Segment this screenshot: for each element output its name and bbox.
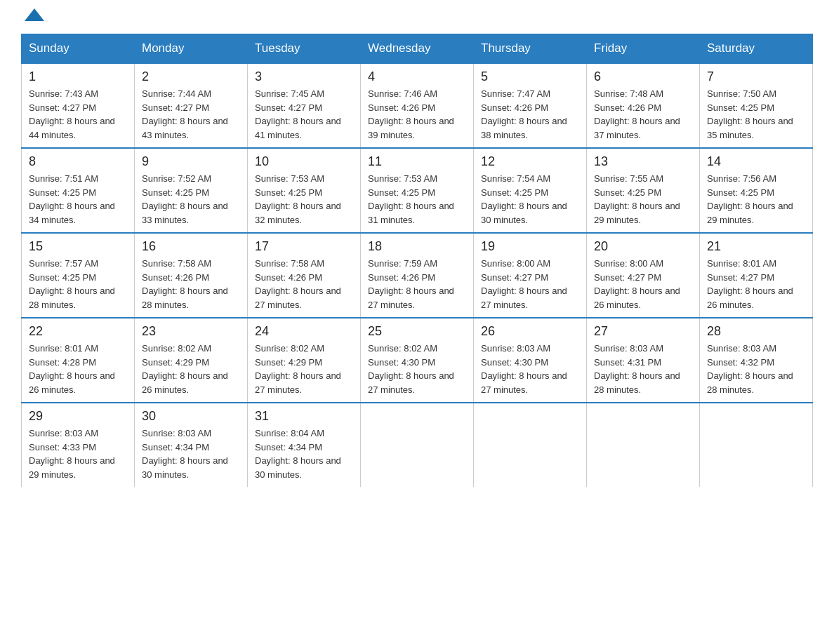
day-number: 26 (481, 324, 579, 339)
day-info: Sunrise: 7:55 AM Sunset: 4:25 PM Dayligh… (594, 172, 692, 227)
calendar-cell: 19 Sunrise: 8:00 AM Sunset: 4:27 PM Dayl… (474, 233, 587, 318)
calendar-header-row: SundayMondayTuesdayWednesdayThursdayFrid… (22, 34, 813, 64)
day-info: Sunrise: 7:48 AM Sunset: 4:26 PM Dayligh… (594, 87, 692, 142)
calendar-cell: 18 Sunrise: 7:59 AM Sunset: 4:26 PM Dayl… (361, 233, 474, 318)
day-number: 31 (255, 409, 353, 424)
day-info: Sunrise: 7:58 AM Sunset: 4:26 PM Dayligh… (255, 257, 353, 311)
logo (21, 14, 44, 20)
calendar-cell: 24 Sunrise: 8:02 AM Sunset: 4:29 PM Dayl… (248, 318, 361, 403)
week-row-4: 22 Sunrise: 8:01 AM Sunset: 4:28 PM Dayl… (22, 318, 813, 403)
col-header-wednesday: Wednesday (361, 34, 474, 64)
week-row-1: 1 Sunrise: 7:43 AM Sunset: 4:27 PM Dayli… (22, 63, 813, 148)
calendar-cell (587, 403, 700, 487)
day-info: Sunrise: 7:47 AM Sunset: 4:26 PM Dayligh… (481, 87, 579, 142)
col-header-thursday: Thursday (474, 34, 587, 64)
day-info: Sunrise: 7:45 AM Sunset: 4:27 PM Dayligh… (255, 87, 353, 142)
day-info: Sunrise: 7:54 AM Sunset: 4:25 PM Dayligh… (481, 172, 579, 227)
calendar-cell: 10 Sunrise: 7:53 AM Sunset: 4:25 PM Dayl… (248, 148, 361, 233)
calendar-cell: 20 Sunrise: 8:00 AM Sunset: 4:27 PM Dayl… (587, 233, 700, 318)
day-info: Sunrise: 7:57 AM Sunset: 4:25 PM Dayligh… (29, 257, 127, 311)
calendar-cell: 15 Sunrise: 7:57 AM Sunset: 4:25 PM Dayl… (22, 233, 135, 318)
day-number: 24 (255, 324, 353, 339)
week-row-5: 29 Sunrise: 8:03 AM Sunset: 4:33 PM Dayl… (22, 403, 813, 487)
day-number: 20 (594, 239, 692, 254)
calendar-cell: 12 Sunrise: 7:54 AM Sunset: 4:25 PM Dayl… (474, 148, 587, 233)
calendar-cell: 3 Sunrise: 7:45 AM Sunset: 4:27 PM Dayli… (248, 63, 361, 148)
calendar-cell: 29 Sunrise: 8:03 AM Sunset: 4:33 PM Dayl… (22, 403, 135, 487)
col-header-sunday: Sunday (22, 34, 135, 64)
col-header-monday: Monday (135, 34, 248, 64)
day-info: Sunrise: 7:53 AM Sunset: 4:25 PM Dayligh… (368, 172, 466, 227)
day-number: 21 (707, 239, 805, 254)
day-number: 13 (594, 154, 692, 169)
day-info: Sunrise: 8:01 AM Sunset: 4:28 PM Dayligh… (29, 342, 127, 396)
day-info: Sunrise: 8:02 AM Sunset: 4:29 PM Dayligh… (255, 342, 353, 396)
col-header-tuesday: Tuesday (248, 34, 361, 64)
day-info: Sunrise: 8:02 AM Sunset: 4:30 PM Dayligh… (368, 342, 466, 396)
calendar-cell: 21 Sunrise: 8:01 AM Sunset: 4:27 PM Dayl… (700, 233, 813, 318)
logo-mark (21, 14, 44, 20)
day-info: Sunrise: 7:50 AM Sunset: 4:25 PM Dayligh… (707, 87, 805, 142)
day-number: 4 (368, 69, 466, 84)
day-number: 5 (481, 69, 579, 84)
day-number: 9 (142, 154, 240, 169)
day-number: 28 (707, 324, 805, 339)
day-number: 8 (29, 154, 127, 169)
week-row-2: 8 Sunrise: 7:51 AM Sunset: 4:25 PM Dayli… (22, 148, 813, 233)
day-number: 2 (142, 69, 240, 84)
calendar-cell: 13 Sunrise: 7:55 AM Sunset: 4:25 PM Dayl… (587, 148, 700, 233)
calendar-cell: 22 Sunrise: 8:01 AM Sunset: 4:28 PM Dayl… (22, 318, 135, 403)
day-info: Sunrise: 8:03 AM Sunset: 4:34 PM Dayligh… (142, 427, 240, 481)
day-info: Sunrise: 7:59 AM Sunset: 4:26 PM Dayligh… (368, 257, 466, 311)
col-header-saturday: Saturday (700, 34, 813, 64)
calendar-cell: 17 Sunrise: 7:58 AM Sunset: 4:26 PM Dayl… (248, 233, 361, 318)
day-number: 27 (594, 324, 692, 339)
day-info: Sunrise: 8:03 AM Sunset: 4:31 PM Dayligh… (594, 342, 692, 396)
day-number: 10 (255, 154, 353, 169)
calendar-cell (474, 403, 587, 487)
calendar-cell: 28 Sunrise: 8:03 AM Sunset: 4:32 PM Dayl… (700, 318, 813, 403)
day-info: Sunrise: 8:00 AM Sunset: 4:27 PM Dayligh… (481, 257, 579, 311)
calendar-cell: 14 Sunrise: 7:56 AM Sunset: 4:25 PM Dayl… (700, 148, 813, 233)
day-info: Sunrise: 7:44 AM Sunset: 4:27 PM Dayligh… (142, 87, 240, 142)
day-info: Sunrise: 7:51 AM Sunset: 4:25 PM Dayligh… (29, 172, 127, 227)
day-info: Sunrise: 8:03 AM Sunset: 4:32 PM Dayligh… (707, 342, 805, 396)
day-info: Sunrise: 7:43 AM Sunset: 4:27 PM Dayligh… (29, 87, 127, 142)
day-number: 19 (481, 239, 579, 254)
calendar-cell: 11 Sunrise: 7:53 AM Sunset: 4:25 PM Dayl… (361, 148, 474, 233)
day-number: 30 (142, 409, 240, 424)
day-number: 3 (255, 69, 353, 84)
day-number: 16 (142, 239, 240, 254)
page-header (21, 14, 813, 20)
day-info: Sunrise: 7:56 AM Sunset: 4:25 PM Dayligh… (707, 172, 805, 227)
day-number: 25 (368, 324, 466, 339)
calendar-cell: 4 Sunrise: 7:46 AM Sunset: 4:26 PM Dayli… (361, 63, 474, 148)
day-number: 18 (368, 239, 466, 254)
day-info: Sunrise: 7:52 AM Sunset: 4:25 PM Dayligh… (142, 172, 240, 227)
day-number: 15 (29, 239, 127, 254)
day-number: 29 (29, 409, 127, 424)
day-info: Sunrise: 7:58 AM Sunset: 4:26 PM Dayligh… (142, 257, 240, 311)
day-number: 22 (29, 324, 127, 339)
calendar-cell: 6 Sunrise: 7:48 AM Sunset: 4:26 PM Dayli… (587, 63, 700, 148)
day-number: 1 (29, 69, 127, 84)
day-number: 7 (707, 69, 805, 84)
calendar-cell: 25 Sunrise: 8:02 AM Sunset: 4:30 PM Dayl… (361, 318, 474, 403)
calendar-cell: 1 Sunrise: 7:43 AM Sunset: 4:27 PM Dayli… (22, 63, 135, 148)
logo-triangle-icon (25, 8, 44, 21)
day-info: Sunrise: 8:01 AM Sunset: 4:27 PM Dayligh… (707, 257, 805, 311)
day-number: 17 (255, 239, 353, 254)
calendar-cell: 7 Sunrise: 7:50 AM Sunset: 4:25 PM Dayli… (700, 63, 813, 148)
calendar-table: SundayMondayTuesdayWednesdayThursdayFrid… (21, 34, 813, 487)
day-info: Sunrise: 7:53 AM Sunset: 4:25 PM Dayligh… (255, 172, 353, 227)
day-info: Sunrise: 8:02 AM Sunset: 4:29 PM Dayligh… (142, 342, 240, 396)
col-header-friday: Friday (587, 34, 700, 64)
day-info: Sunrise: 8:03 AM Sunset: 4:30 PM Dayligh… (481, 342, 579, 396)
day-info: Sunrise: 8:00 AM Sunset: 4:27 PM Dayligh… (594, 257, 692, 311)
calendar-cell: 30 Sunrise: 8:03 AM Sunset: 4:34 PM Dayl… (135, 403, 248, 487)
day-number: 11 (368, 154, 466, 169)
week-row-3: 15 Sunrise: 7:57 AM Sunset: 4:25 PM Dayl… (22, 233, 813, 318)
calendar-cell: 5 Sunrise: 7:47 AM Sunset: 4:26 PM Dayli… (474, 63, 587, 148)
calendar-cell (361, 403, 474, 487)
calendar-cell: 26 Sunrise: 8:03 AM Sunset: 4:30 PM Dayl… (474, 318, 587, 403)
